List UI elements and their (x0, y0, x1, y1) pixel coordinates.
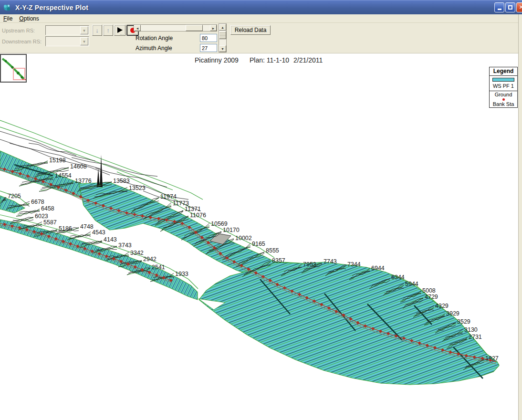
close-button[interactable]: ✕ (516, 2, 522, 12)
svg-text:11371: 11371 (185, 206, 201, 212)
minimize-button[interactable] (494, 2, 504, 12)
step-down-button[interactable]: ↓ (92, 25, 102, 36)
legend-item-ws: WS PF 1 (490, 83, 517, 89)
plot-area: 1519814608145541377613583135231197411773… (0, 53, 518, 420)
app-window: X-Y-Z Perspective Plot ✕ File Options Up… (0, 0, 522, 420)
svg-text:13583: 13583 (113, 178, 130, 184)
chevron-down-icon[interactable]: ▼ (80, 37, 88, 45)
menu-item-options[interactable]: Options (16, 15, 42, 22)
scroll-up-arrow-icon[interactable]: ▲ (219, 24, 226, 31)
reload-data-button[interactable]: Reload Data (230, 25, 271, 35)
svg-text:3130: 3130 (464, 326, 478, 333)
svg-text:6678: 6678 (31, 199, 44, 205)
close-icon: ✕ (519, 4, 522, 10)
svg-text:10002: 10002 (235, 235, 252, 242)
legend-title: Legend (490, 67, 517, 76)
downstream-label: Downstream RS: (2, 39, 42, 44)
azimuth-angle-input[interactable] (200, 44, 217, 52)
horizontal-scrollbar[interactable]: ◄ ► (134, 24, 217, 32)
maximize-icon (508, 5, 512, 10)
svg-text:5186: 5186 (59, 225, 72, 232)
menu-item-file[interactable]: File (0, 15, 16, 22)
svg-text:7344: 7344 (347, 261, 361, 268)
scroll-down-arrow-icon[interactable]: ▼ (219, 45, 226, 52)
svg-text:10170: 10170 (223, 227, 240, 233)
svg-text:1927: 1927 (485, 355, 499, 362)
svg-text:2541: 2541 (152, 264, 165, 271)
legend-item-bank: Bank Sta (490, 101, 517, 107)
minimize-icon (498, 9, 501, 10)
ws-swatch-icon (492, 78, 514, 82)
rotation-angle-input[interactable] (200, 34, 217, 42)
step-up-button[interactable]: ↑ (103, 25, 113, 36)
svg-text:5587: 5587 (43, 219, 57, 226)
svg-text:6944: 6944 (371, 265, 385, 272)
svg-text:2942: 2942 (143, 256, 157, 262)
svg-text:3529: 3529 (457, 318, 470, 325)
svg-text:8555: 8555 (266, 247, 279, 254)
svg-text:14608: 14608 (70, 163, 87, 170)
plot-canvas[interactable]: 1519814608145541377613583135231197411773… (0, 53, 518, 420)
menubar: File Options (0, 14, 522, 23)
svg-text:6458: 6458 (41, 205, 54, 212)
svg-text:4543: 4543 (92, 229, 105, 236)
scroll-left-arrow-icon[interactable]: ◄ (134, 25, 141, 31)
svg-text:4729: 4729 (425, 294, 438, 300)
window-frame-right (518, 14, 522, 420)
legend-item-ground: Ground (490, 91, 517, 98)
plot-title: Picatinny 2009 (195, 56, 239, 64)
upstream-combobox[interactable]: ▼ (45, 25, 89, 35)
azimuth-angle-label: Azimuth Angle (136, 45, 172, 52)
svg-text:14554: 14554 (55, 172, 72, 179)
scroll-right-arrow-icon[interactable]: ► (210, 25, 217, 31)
app-icon (3, 3, 11, 12)
rotation-angle-label: Rotation Angle (136, 35, 173, 42)
down-arrow-icon: ↓ (95, 27, 99, 34)
chevron-down-icon[interactable]: ▼ (80, 26, 88, 34)
svg-text:10569: 10569 (211, 220, 228, 227)
downstream-combobox[interactable]: ▼ (45, 36, 89, 46)
svg-text:8357: 8357 (272, 257, 285, 264)
upstream-label: Upstream RS: (2, 28, 35, 33)
svg-text:5944: 5944 (405, 281, 418, 287)
svg-text:15198: 15198 (49, 157, 66, 164)
svg-text:2731: 2731 (469, 334, 482, 340)
overview-thumbnail[interactable] (0, 54, 27, 83)
vertical-scrollbar[interactable]: ▲ ▼ (219, 23, 227, 52)
water-surface (0, 151, 499, 385)
up-arrow-icon: ↑ (106, 27, 110, 34)
plan-label: Plan: 11-1-10 (250, 56, 289, 64)
ellipsis: ... (120, 32, 124, 35)
svg-text:3929: 3929 (446, 310, 459, 317)
svg-text:4329: 4329 (435, 303, 449, 309)
svg-text:13523: 13523 (129, 185, 146, 191)
svg-text:7205: 7205 (8, 193, 21, 200)
svg-text:11974: 11974 (160, 193, 177, 200)
play-animation-button[interactable]: ... (114, 25, 125, 36)
svg-text:1933: 1933 (175, 271, 188, 277)
svg-text:3743: 3743 (118, 242, 132, 249)
svg-text:11076: 11076 (190, 212, 206, 219)
svg-text:13776: 13776 (75, 178, 92, 184)
svg-text:4748: 4748 (80, 223, 94, 230)
svg-text:6023: 6023 (35, 213, 48, 220)
svg-text:3342: 3342 (130, 250, 144, 256)
svg-text:4143: 4143 (104, 236, 117, 243)
vscroll-thumb[interactable] (219, 31, 226, 39)
svg-text:9165: 9165 (252, 241, 265, 247)
svg-text:6344: 6344 (391, 274, 405, 281)
svg-text:7743: 7743 (324, 258, 337, 265)
maximize-button[interactable] (505, 2, 515, 12)
toolbar: Upstream RS: ▼ Downstream RS: ▼ ↓ ↑ ... … (0, 23, 522, 53)
hscroll-thumb[interactable] (186, 25, 203, 31)
titlebar[interactable]: X-Y-Z Perspective Plot ✕ (0, 0, 522, 14)
svg-text:5008: 5008 (422, 287, 436, 294)
window-title: X-Y-Z Perspective Plot (15, 4, 88, 11)
ellipsis: ... (133, 32, 137, 35)
plot-date: 2/21/2011 (293, 56, 323, 64)
legend: Legend WS PF 1 Ground Bank Sta (489, 67, 518, 108)
